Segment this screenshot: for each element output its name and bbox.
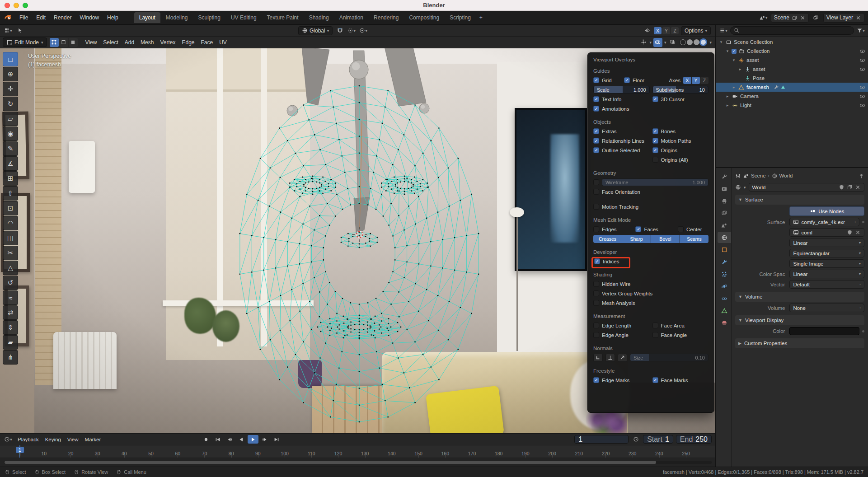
timeline-scrollbar-thumb[interactable] (5, 461, 656, 464)
center-checkbox[interactable]: Center (678, 226, 708, 232)
overlays-dropdown-caret[interactable]: ▾ (664, 40, 666, 45)
timeline-ruler[interactable]: 1 11020304050607080901001101201301401501… (0, 445, 715, 458)
menu-window[interactable]: Window (75, 13, 103, 23)
world-name-field[interactable]: World (749, 183, 864, 192)
motion-paths-checkbox[interactable]: Motion Paths (652, 138, 709, 144)
viewport-menu-edge[interactable]: Edge (178, 37, 197, 47)
surface-shader-field[interactable]: comfy_cafe_4k.exr◦ (789, 218, 859, 226)
eye-icon[interactable] (859, 103, 865, 108)
cursor-3d-checkbox[interactable]: 3D Cursor (652, 96, 709, 102)
face-normals-button[interactable] (618, 354, 627, 362)
unlink-world-icon[interactable] (855, 184, 861, 190)
transport-record-button[interactable] (201, 435, 211, 444)
workspace-tab-sculpting[interactable]: Sculpting (193, 12, 225, 23)
indices-checkbox[interactable]: Indices (594, 258, 619, 264)
outliner-editor-type-icon[interactable]: ▾ (719, 26, 728, 35)
new-world-icon[interactable] (847, 184, 853, 190)
toggle-seams[interactable]: Seams (680, 235, 708, 243)
tool-measure[interactable]: ∡ (3, 156, 18, 171)
view-layer-selector[interactable]: View Layer (823, 13, 864, 23)
use-preview-range-icon[interactable] (631, 435, 640, 444)
eye-icon[interactable] (859, 94, 865, 99)
viewport-menu-add[interactable]: Add (122, 37, 137, 47)
menu-file[interactable]: File (15, 13, 32, 23)
volume-shader-field[interactable]: None◦ (789, 304, 864, 312)
eye-icon[interactable] (859, 57, 865, 63)
face-marks-checkbox[interactable]: Face Marks (652, 377, 709, 383)
active-tool-icon[interactable] (15, 26, 24, 35)
shading-solid-button[interactable] (687, 39, 693, 45)
outliner-row-asset[interactable]: ▸asset (716, 65, 868, 74)
ptab-output[interactable] (718, 195, 731, 206)
transport-play-button[interactable] (248, 435, 258, 444)
face-area-checkbox[interactable]: Face Area (652, 323, 709, 328)
mirror-axis-y[interactable]: Y (662, 27, 670, 34)
world-browse-icon[interactable] (735, 184, 741, 190)
mesh-analysis-checkbox[interactable]: Mesh Analysis (593, 300, 635, 306)
floor-checkbox[interactable]: Floor (624, 77, 654, 83)
remove-view-layer-icon[interactable] (855, 15, 861, 21)
menu-edit[interactable]: Edit (32, 13, 50, 23)
viewport-menu-select[interactable]: Select (100, 37, 121, 47)
transport-prev-keyframe-button[interactable] (224, 435, 235, 444)
tool-extrude-region[interactable]: ⇧ (3, 186, 18, 201)
outliner-search-input[interactable] (730, 26, 854, 35)
image-fake-user-icon[interactable] (847, 229, 853, 235)
viewport-menu-uv[interactable]: UV (216, 37, 230, 47)
tool-spin[interactable]: ↺ (3, 276, 18, 290)
tool-add-cube[interactable]: ⊞ (3, 171, 18, 186)
interpolation-dropdown[interactable]: Linear▾ (789, 238, 864, 247)
mode-dropdown[interactable]: Edit Mode ▾ (3, 37, 47, 47)
ptab-scene[interactable] (718, 220, 731, 231)
eye-icon[interactable] (859, 84, 865, 90)
animate-dot[interactable] (862, 330, 864, 332)
eye-icon[interactable] (859, 48, 865, 54)
xray-toggle-icon[interactable] (668, 38, 677, 47)
current-frame-field[interactable]: 1 (574, 435, 629, 444)
shading-rendered-button[interactable] (700, 39, 706, 45)
frame-end-field[interactable]: End250 (676, 435, 712, 444)
workspace-tab-compositing[interactable]: Compositing (404, 12, 444, 23)
edge-marks-checkbox[interactable]: Edge Marks (593, 377, 650, 383)
overlay-axis-y[interactable]: Y (692, 77, 700, 84)
disclosure-icon[interactable]: ▸ (732, 85, 736, 89)
ptab-constraints[interactable] (718, 293, 731, 304)
face-select-mode-button[interactable] (69, 38, 78, 47)
outliner-row-facemesh[interactable]: ▸facemesh (716, 83, 868, 92)
workspace-tab-scripting[interactable]: Scripting (445, 12, 476, 23)
transport-next-keyframe-button[interactable] (259, 435, 270, 444)
use-nodes-button[interactable]: Use Nodes (789, 206, 864, 216)
viewport-menu-vertex[interactable]: Vertex (157, 37, 178, 47)
workspace-tab-texture-paint[interactable]: Texture Paint (262, 12, 304, 23)
tool-edge-slide[interactable]: ⇄ (3, 305, 18, 320)
viewport-menu-face[interactable]: Face (197, 37, 216, 47)
relationship-lines-checkbox[interactable]: Relationship Lines (593, 138, 650, 144)
grid-subdivisions-slider[interactable]: Subdivisions10 (652, 86, 709, 94)
workspace-tab-uv-editing[interactable]: UV Editing (226, 12, 262, 23)
disclosure-icon[interactable]: ▸ (725, 103, 730, 108)
grid-scale-slider[interactable]: Scale1.000 (593, 86, 650, 94)
disclosure-icon[interactable]: ▾ (725, 49, 730, 53)
annotations-checkbox[interactable]: Annotations (593, 106, 651, 112)
scene-selector[interactable]: Scene (771, 13, 809, 23)
menu-render[interactable]: Render (50, 13, 75, 23)
tool-rotate[interactable]: ↻ (3, 97, 18, 111)
transport-jump-start-button[interactable] (212, 435, 223, 444)
projection-dropdown[interactable]: Equirectangular▾ (789, 249, 864, 257)
viewport-display-section-header[interactable]: ▼Viewport Display (735, 315, 864, 325)
tool-inset-faces[interactable]: ⊡ (3, 201, 18, 215)
mirror-icon[interactable] (643, 26, 652, 35)
edge-length-checkbox[interactable]: Edge Length (593, 323, 650, 328)
wireframe-slider[interactable]: Wireframe1.000 (602, 178, 708, 186)
tool-annotate[interactable]: ✎ (3, 141, 18, 156)
toggle-sharp[interactable]: Sharp (622, 235, 651, 243)
timeline-menu-marker[interactable]: Marker (82, 435, 104, 444)
text-info-checkbox[interactable]: Text Info (593, 96, 650, 102)
split-normals-button[interactable] (605, 354, 615, 362)
shading-material-button[interactable] (694, 39, 699, 45)
mirror-axis-x[interactable]: X (654, 27, 662, 34)
outliner-row-asset[interactable]: ▾asset (716, 56, 868, 65)
tool-knife[interactable]: ✂ (3, 246, 18, 260)
custom-properties-section-header[interactable]: ▶Custom Properties (735, 338, 864, 348)
workspace-tab-shading[interactable]: Shading (304, 12, 334, 23)
